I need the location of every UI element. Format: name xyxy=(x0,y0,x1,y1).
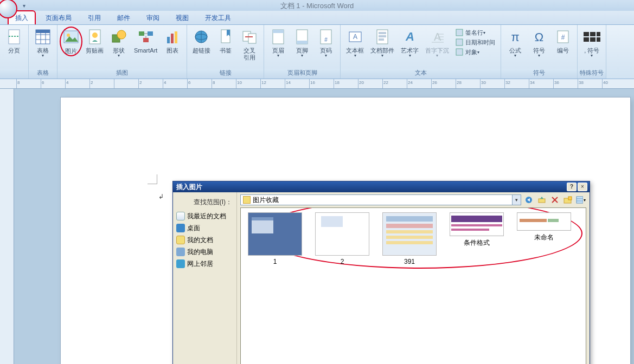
look-in-combo[interactable]: 图片收藏 ▾ xyxy=(240,194,521,205)
ribbon: 分页表格▾表格图片剪贴画形状▾SmartArt图表插图超链接书签交叉引用链接页眉… xyxy=(0,25,634,79)
textbox-button[interactable]: A文本框▾ xyxy=(343,27,367,58)
horizontal-ruler: 8642246810121416182022242628303234363840 xyxy=(0,79,634,89)
svg-point-9 xyxy=(67,34,70,37)
number-icon: # xyxy=(554,28,572,46)
svg-rect-70 xyxy=(252,217,273,220)
recent-icon xyxy=(176,212,185,220)
file-list-pane[interactable]: 12391条件格式未命名 xyxy=(240,207,586,364)
back-button[interactable] xyxy=(523,195,534,205)
combo-dropdown-icon[interactable]: ▾ xyxy=(512,195,521,205)
ribbon-group-表格: 表格▾表格 xyxy=(29,25,57,79)
tab-开发工具[interactable]: 开发工具 xyxy=(198,11,238,24)
file-thumb-未命名[interactable]: 未命名 xyxy=(514,212,574,242)
ruler-mark: 38 xyxy=(579,80,584,85)
dialog-help-button[interactable]: ? xyxy=(567,183,577,191)
svg-rect-20 xyxy=(171,34,174,43)
window-title: 文档 1 - Microsoft Word xyxy=(0,1,634,11)
sidebar-mydocs[interactable]: 我的文档 xyxy=(175,234,234,246)
tab-页面布局[interactable]: 页面布局 xyxy=(39,11,78,24)
svg-rect-64 xyxy=(568,197,572,200)
number-button[interactable]: #编号 xyxy=(551,27,575,54)
sidebar-network[interactable]: 网上邻居 xyxy=(175,258,234,270)
svg-text:#: # xyxy=(561,34,565,41)
chart-button[interactable]: 图表 xyxy=(161,27,184,54)
ruler-mark: 18 xyxy=(335,80,340,85)
svg-rect-74 xyxy=(386,216,433,222)
svg-rect-58 xyxy=(597,37,600,42)
file-thumb-1[interactable]: 1 xyxy=(245,212,305,265)
bookmark-button[interactable]: 书签 xyxy=(214,27,238,54)
sidebar-mycomputer[interactable]: 我的电脑 xyxy=(175,246,234,258)
views-button[interactable]: ▾ xyxy=(575,195,586,205)
ribbon-group-插图: 图片剪贴画形状▾SmartArt图表插图 xyxy=(57,25,187,79)
group-label: 链接 xyxy=(187,69,264,79)
header-button[interactable]: 页眉▾ xyxy=(266,27,290,58)
dropdown-arrow-icon: ▾ xyxy=(118,53,120,58)
network-label: 网上邻居 xyxy=(187,259,213,269)
ribbon-group-链接: 超链接书签交叉引用链接 xyxy=(187,25,264,79)
clipart-label: 剪贴画 xyxy=(86,47,104,54)
break-button[interactable]: 分页 xyxy=(2,27,26,54)
dialog-titlebar[interactable]: 插入图片 ? × xyxy=(173,181,590,192)
hyperlink-button[interactable]: 超链接 xyxy=(189,27,214,54)
svg-rect-65 xyxy=(577,197,583,203)
ruler-mark: 6 xyxy=(188,80,190,85)
new-folder-button[interactable] xyxy=(562,195,573,205)
ruler-mark: 2 xyxy=(91,80,93,85)
thumb-image xyxy=(517,212,571,231)
dialog-toolbar: 图片收藏 ▾ xyxy=(237,192,590,207)
quickparts-button[interactable]: 文档部件▾ xyxy=(367,27,398,58)
thumb-label: 391 xyxy=(380,258,439,265)
ruler-mark: 12 xyxy=(261,80,266,85)
up-button[interactable] xyxy=(536,195,547,205)
smartart-button[interactable]: SmartArt xyxy=(131,27,161,54)
picture-button[interactable]: 图片 xyxy=(60,27,82,56)
datetime-button[interactable]: 日期和时间 xyxy=(456,37,495,47)
pagenum-icon: # xyxy=(317,28,335,46)
equation-button[interactable]: π公式▾ xyxy=(503,27,527,58)
svg-rect-76 xyxy=(386,230,433,233)
dropdown-arrow-icon: ▾ xyxy=(483,30,485,35)
svg-text:A: A xyxy=(353,33,357,41)
delete-button[interactable] xyxy=(549,195,560,205)
specsym-button[interactable]: , 符号 ▾ xyxy=(580,27,604,58)
table-button[interactable]: 表格▾ xyxy=(31,27,55,58)
tab-引用[interactable]: 引用 xyxy=(81,11,107,24)
hyperlink-label: 超链接 xyxy=(193,47,210,54)
ruler-mark: 30 xyxy=(481,80,486,85)
dialog-close-button[interactable]: × xyxy=(578,183,587,191)
svg-rect-82 xyxy=(451,229,489,231)
tab-审阅[interactable]: 审阅 xyxy=(140,11,166,24)
clipart-button[interactable]: 剪贴画 xyxy=(82,27,107,54)
wordart-button[interactable]: A艺术字▾ xyxy=(398,27,422,58)
dropcap-button[interactable]: A首字下沉▾ xyxy=(422,27,452,58)
ruler-mark: 34 xyxy=(530,80,535,85)
file-thumb-2[interactable]: 2 xyxy=(312,212,372,265)
pagenum-button[interactable]: #页码▾ xyxy=(314,27,338,58)
symbol-button[interactable]: Ω符号▾ xyxy=(527,27,551,58)
group-label: 页眉和页脚 xyxy=(264,69,340,79)
svg-rect-37 xyxy=(379,32,386,34)
bookmark-label: 书签 xyxy=(220,47,232,54)
file-thumb-391[interactable]: 391 xyxy=(380,212,439,265)
file-thumb-条件格式[interactable]: 条件格式 xyxy=(447,212,507,248)
svg-rect-72 xyxy=(321,216,343,227)
svg-rect-21 xyxy=(175,31,177,43)
group-label: 插图 xyxy=(57,69,187,79)
chart-label: 图表 xyxy=(166,47,178,54)
sidebar-desktop[interactable]: 桌面 xyxy=(175,222,234,234)
dropdown-arrow-icon: ▾ xyxy=(42,53,44,58)
sigline-button[interactable]: 签名行 ▾ xyxy=(456,28,485,37)
thumb-image xyxy=(382,212,437,256)
picture-label: 图片 xyxy=(65,48,77,55)
crossref-button[interactable]: 交叉引用 xyxy=(238,27,261,61)
thumb-image xyxy=(315,212,369,256)
svg-rect-56 xyxy=(584,37,589,42)
footer-button[interactable]: 页脚▾ xyxy=(290,27,314,58)
ruler-mark: 10 xyxy=(237,80,242,85)
tab-视图[interactable]: 视图 xyxy=(169,11,195,24)
sidebar-recent[interactable]: 我最近的文档 xyxy=(175,210,234,222)
tab-邮件[interactable]: 邮件 xyxy=(111,11,137,24)
shapes-button[interactable]: 形状▾ xyxy=(107,27,131,58)
object-button[interactable]: 对象 ▾ xyxy=(456,47,479,57)
